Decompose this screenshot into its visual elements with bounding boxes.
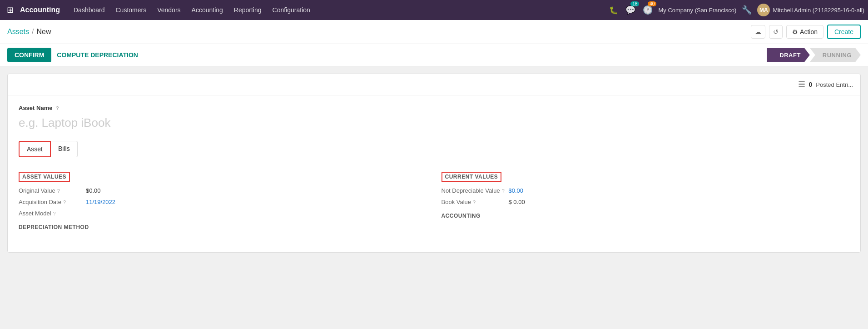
posted-entries-count: 0 <box>809 81 813 88</box>
nav-item-configuration[interactable]: Configuration <box>268 4 315 16</box>
main-content: ☰ 0 Posted Entri... Asset Name ? Asset B… <box>0 66 868 329</box>
company-info[interactable]: My Company (San Francisco) <box>658 7 736 14</box>
book-value[interactable]: $ 0.00 <box>509 199 525 205</box>
not-depreciable-label: Not Depreciable Value ? <box>441 187 505 194</box>
asset-model-row: Asset Model ? <box>19 210 427 217</box>
avatar: MA <box>757 4 770 16</box>
nav-item-accounting[interactable]: Accounting <box>187 4 228 16</box>
chat-badge: 18 <box>630 1 639 6</box>
posted-entries-button[interactable]: ☰ 0 Posted Entri... <box>798 80 853 90</box>
chat-icon[interactable]: 💬 18 <box>624 3 637 17</box>
original-value-label: Original Value ? <box>19 187 82 194</box>
compute-depreciation-button[interactable]: COMPUTE DEPRECIATION <box>55 48 140 62</box>
accounting-title: ACCOUNTING <box>441 213 850 219</box>
user-name: Mitchell Admin (21182295-16-0-all) <box>773 7 864 14</box>
acquisition-date-help: ? <box>63 199 66 205</box>
original-value-row: Original Value ? $0.00 <box>19 187 427 194</box>
tab-bills[interactable]: Bills <box>51 141 78 157</box>
refresh-icon: ↺ <box>773 28 779 35</box>
gear-icon: ⚙ <box>792 28 798 35</box>
asset-name-help-icon: ? <box>56 105 59 111</box>
original-value-help: ? <box>57 188 60 194</box>
company-name: My Company (San Francisco) <box>658 7 736 14</box>
status-step-draft[interactable]: DRAFT <box>767 48 810 62</box>
nav-item-dashboard[interactable]: Dashboard <box>69 4 109 16</box>
posted-entries-label: Posted Entri... <box>816 81 853 88</box>
tools-icon[interactable]: 🔧 <box>740 3 754 17</box>
create-button[interactable]: Create <box>827 25 861 39</box>
book-value-row: Book Value ? $ 0.00 <box>441 199 850 205</box>
asset-name-label: Asset Name ? <box>19 105 849 111</box>
tabs: Asset Bills <box>19 141 849 157</box>
nav-item-reporting[interactable]: Reporting <box>229 4 266 16</box>
not-depreciable-value[interactable]: $0.00 <box>509 187 524 194</box>
breadcrumb-bar: Assets / New ☁ ↺ ⚙ Action Create <box>0 20 868 44</box>
breadcrumb-separator: / <box>32 28 34 36</box>
status-pipeline: DRAFT RUNNING <box>767 48 861 62</box>
status-step-running[interactable]: RUNNING <box>810 48 861 62</box>
depreciation-method-title: DEPRECIATION METHOD <box>19 224 427 230</box>
acquisition-date-row: Acquisition Date ? 11/19/2022 <box>19 199 427 205</box>
not-depreciable-row: Not Depreciable Value ? $0.00 <box>441 187 850 194</box>
refresh-button[interactable]: ↺ <box>769 25 783 39</box>
top-navigation: ⊞ Accounting Dashboard Customers Vendors… <box>0 0 868 20</box>
app-grid-icon[interactable]: ⊞ <box>4 4 16 16</box>
action-bar: CONFIRM COMPUTE DEPRECIATION DRAFT RUNNI… <box>0 44 868 66</box>
current-values-title: CURRENT VALUES <box>441 172 502 182</box>
asset-name-input[interactable] <box>19 114 849 132</box>
asset-values-title: ASSET VALUES <box>19 172 70 182</box>
form-sections: ASSET VALUES Original Value ? $0.00 Acqu… <box>19 164 849 243</box>
list-icon: ☰ <box>798 80 805 90</box>
action-label: Action <box>800 28 818 35</box>
app-name: Accounting <box>20 6 60 14</box>
book-value-help: ? <box>473 199 476 205</box>
form-card: ☰ 0 Posted Entri... Asset Name ? Asset B… <box>7 74 861 253</box>
form-header: ☰ 0 Posted Entri... <box>8 74 860 95</box>
not-depreciable-help: ? <box>502 188 505 194</box>
asset-values-section: ASSET VALUES Original Value ? $0.00 Acqu… <box>19 172 427 236</box>
clock-badge: 40 <box>648 1 656 6</box>
cloud-icon: ☁ <box>755 28 761 35</box>
confirm-button[interactable]: CONFIRM <box>7 48 51 62</box>
nav-item-customers[interactable]: Customers <box>111 4 151 16</box>
breadcrumb-current: New <box>36 28 51 36</box>
breadcrumb: Assets / New <box>7 28 51 36</box>
breadcrumb-parent[interactable]: Assets <box>7 28 29 36</box>
bug-icon[interactable]: 🐛 <box>607 4 620 16</box>
user-info[interactable]: MA Mitchell Admin (21182295-16-0-all) <box>757 4 864 16</box>
action-button[interactable]: ⚙ Action <box>786 25 823 39</box>
nav-item-vendors[interactable]: Vendors <box>153 4 185 16</box>
clock-icon[interactable]: 🕐 40 <box>641 3 655 17</box>
tab-asset[interactable]: Asset <box>19 141 51 157</box>
original-value[interactable]: $0.00 <box>86 187 101 194</box>
acquisition-date[interactable]: 11/19/2022 <box>86 199 115 205</box>
current-values-section: CURRENT VALUES Not Depreciable Value ? $… <box>441 172 850 236</box>
form-body: Asset Name ? Asset Bills ASSET VALUES Or… <box>8 95 860 252</box>
cloud-upload-button[interactable]: ☁ <box>751 25 765 39</box>
asset-model-help: ? <box>53 211 56 216</box>
asset-model-label: Asset Model ? <box>19 210 82 217</box>
breadcrumb-actions: ☁ ↺ ⚙ Action Create <box>751 25 861 39</box>
book-value-label: Book Value ? <box>441 199 505 205</box>
acquisition-date-label: Acquisition Date ? <box>19 199 82 205</box>
